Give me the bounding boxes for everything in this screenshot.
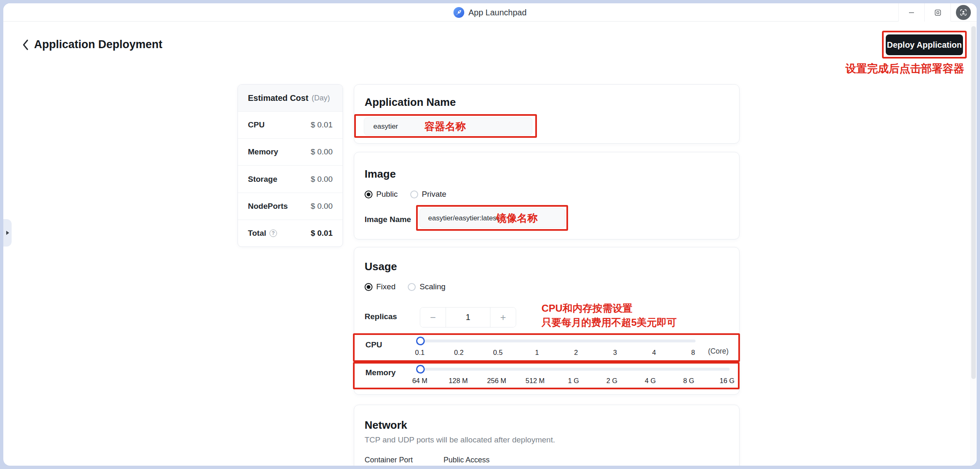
network-description: TCP and UDP ports will be allocated afte… — [365, 435, 555, 445]
application-name-heading: Application Name — [365, 96, 456, 109]
cpu-slider-ticks: 0.10.20.512348 — [420, 349, 693, 357]
radio-fixed[interactable]: Fixed — [365, 282, 395, 291]
slider-tick-label: 16 G — [720, 377, 735, 385]
radio-public-label: Public — [376, 190, 398, 199]
image-name-annotation-text: 镜像名称 — [496, 209, 538, 227]
radio-unselected-icon — [408, 283, 416, 291]
restore-icon — [934, 9, 941, 16]
cpu-slider-track[interactable] — [417, 340, 696, 342]
replicas-decrement-button[interactable]: − — [420, 308, 446, 327]
cost-row-label: Memory — [248, 147, 278, 156]
radio-public[interactable]: Public — [365, 190, 398, 199]
memory-slider: 64 M128 M256 M512 M1 G2 G4 G8 G16 G — [417, 364, 730, 387]
cost-row-label: NodePorts — [248, 202, 288, 211]
memory-slider-thumb[interactable] — [416, 365, 425, 374]
window-controls — [898, 3, 977, 22]
back-button[interactable] — [20, 39, 32, 51]
replicas-stepper: − 1 + — [420, 307, 516, 327]
minimize-button[interactable] — [899, 3, 924, 22]
network-columns: Container Port Public Access — [365, 456, 490, 464]
application-name-input[interactable]: easytier 容器名称 — [364, 117, 532, 135]
cost-row-total: Total ? $ 0.01 — [238, 220, 343, 247]
slider-tick-label: 1 — [535, 349, 539, 357]
public-access-column-label: Public Access — [443, 456, 490, 464]
cpu-slider-thumb[interactable] — [416, 337, 425, 345]
radio-private[interactable]: Private — [410, 190, 446, 199]
radio-unselected-icon — [410, 191, 418, 198]
network-heading: Network — [365, 419, 407, 432]
cpu-unit-label: (Core) — [708, 347, 729, 356]
page-title: Application Deployment — [34, 38, 162, 51]
slider-tick-label: 512 M — [526, 377, 545, 385]
slider-tick-label: 64 M — [412, 377, 428, 385]
slider-tick-label: 4 G — [645, 377, 656, 385]
help-icon[interactable]: ? — [270, 230, 277, 237]
cost-row-value: $ 0.00 — [311, 202, 333, 211]
app-launchpad-icon — [453, 7, 464, 18]
slider-tick-label: 3 — [613, 349, 617, 357]
cost-row-value: $ 0.01 — [311, 120, 333, 129]
memory-label: Memory — [365, 368, 396, 377]
radio-scaling-label: Scaling — [419, 282, 445, 291]
deploy-application-button[interactable]: Deploy Application — [886, 34, 963, 55]
application-name-value: easytier — [373, 122, 398, 131]
slider-tick-label: 2 G — [606, 377, 617, 385]
radio-scaling[interactable]: Scaling — [408, 282, 445, 291]
cost-row-value: $ 0.00 — [311, 175, 333, 184]
replicas-value[interactable]: 1 — [446, 308, 490, 327]
chevron-right-icon — [6, 231, 9, 235]
slider-tick-label: 1 G — [568, 377, 579, 385]
image-name-input[interactable]: easytier/easytier:latest 镜像名称 — [419, 208, 565, 228]
app-window: App Launchpad — [3, 3, 977, 466]
image-visibility-radios: Public Private — [365, 190, 446, 199]
cost-row-label: Storage — [248, 175, 277, 184]
vertical-scrollbar-track[interactable] — [970, 22, 977, 466]
deploy-annotation-text: 设置完成后点击部署容器 — [845, 61, 964, 76]
application-name-card: Application Name easytier 容器名称 — [354, 84, 740, 144]
app-name-annotation-text: 容器名称 — [424, 118, 466, 135]
cost-row-value: $ 0.00 — [311, 147, 333, 156]
total-value: $ 0.01 — [311, 229, 333, 238]
radio-selected-icon — [365, 283, 372, 291]
minimize-icon — [908, 9, 915, 16]
vertical-scrollbar-thumb[interactable] — [971, 26, 976, 379]
cost-row: NodePorts$ 0.00 — [238, 193, 343, 220]
replicas-increment-button[interactable]: + — [490, 308, 516, 327]
image-heading: Image — [365, 168, 396, 181]
cost-row-label: CPU — [248, 120, 265, 129]
cost-row: Memory$ 0.00 — [238, 139, 343, 166]
replicas-label: Replicas — [365, 312, 397, 321]
estimated-cost-header: Estimated Cost (Day) — [238, 85, 343, 112]
network-card: Network TCP and UDP ports will be alloca… — [354, 405, 740, 466]
chevron-left-icon — [22, 39, 29, 51]
titlebar: App Launchpad — [3, 3, 977, 22]
divider — [951, 3, 951, 22]
slider-tick-label: 8 G — [683, 377, 694, 385]
image-name-value: easytier/easytier:latest — [428, 214, 498, 222]
cpu-slider: 0.10.20.512348 — [417, 335, 696, 359]
slider-tick-label: 4 — [652, 349, 656, 357]
image-card: Image Public Private Image Name easytier… — [354, 152, 740, 239]
slider-tick-label: 128 M — [449, 377, 468, 385]
slider-tick-label: 8 — [691, 349, 695, 357]
slider-tick-label: 0.1 — [415, 349, 425, 357]
radio-fixed-label: Fixed — [376, 282, 395, 291]
estimated-cost-unit: (Day) — [312, 94, 330, 103]
restore-window-button[interactable] — [925, 3, 951, 22]
slider-tick-label: 256 M — [487, 377, 506, 385]
total-label: Total — [248, 229, 266, 238]
memory-slider-ticks: 64 M128 M256 M512 M1 G2 G4 G8 G16 G — [420, 377, 727, 385]
titlebar-app: App Launchpad — [3, 3, 977, 22]
usage-annotation-line2: 只要每月的费用不超5美元即可 — [541, 316, 676, 329]
container-port-column-label: Container Port — [365, 456, 413, 464]
user-avatar-button[interactable] — [956, 5, 971, 20]
desktop: { "titlebar": { "app_title": "App Launch… — [0, 0, 980, 469]
radio-selected-icon — [365, 191, 372, 198]
estimated-cost-title: Estimated Cost — [248, 93, 309, 103]
slider-tick-label: 0.2 — [454, 349, 464, 357]
cpu-label: CPU — [365, 340, 382, 349]
radio-private-label: Private — [422, 190, 446, 199]
sidebar-expand-toggle[interactable] — [3, 219, 12, 247]
usage-mode-radios: Fixed Scaling — [365, 282, 446, 291]
memory-slider-track[interactable] — [417, 368, 730, 371]
